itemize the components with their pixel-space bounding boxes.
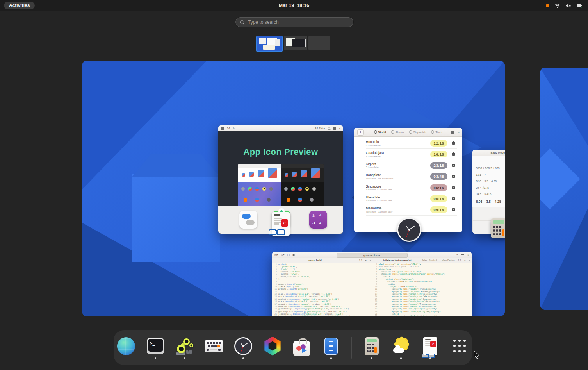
world-clock-row[interactable]: Singapore Tomorrow · 12 hours later 06:1… bbox=[366, 182, 457, 193]
top-bar: Activities Mar 19 18:16 bbox=[0, 0, 588, 11]
world-clock-row[interactable]: Guadalajara 2 hours earlier 16:16 × bbox=[366, 149, 457, 160]
dock-software-store[interactable] bbox=[292, 336, 311, 359]
thumb-window bbox=[263, 45, 275, 50]
time-badge: 12:16 bbox=[430, 140, 447, 147]
remove-clock-button[interactable]: × bbox=[452, 186, 455, 189]
volume-icon bbox=[565, 3, 571, 8]
history-row[interactable]: 24 + √87.5 33.3541… bbox=[476, 186, 505, 192]
workspace-thumbnail-3[interactable] bbox=[308, 36, 330, 50]
clocks-window[interactable]: + World Alarms Stopwatch bbox=[354, 128, 462, 232]
clocks-tab-icon bbox=[431, 130, 434, 134]
run-icon[interactable]: ⌁ bbox=[456, 253, 458, 256]
history-expression: 12.6 ÷ 7 bbox=[476, 173, 486, 176]
clocks-tab[interactable]: World bbox=[374, 130, 386, 134]
search-icon[interactable] bbox=[451, 254, 453, 256]
world-clock-row[interactable]: Honolulu 6 hours earlier 12:16 × bbox=[366, 138, 457, 149]
recording-indicator-icon bbox=[546, 4, 549, 7]
symbol-selector[interactable]: Select Symbol... bbox=[422, 259, 438, 261]
close-icon[interactable]: × bbox=[467, 253, 469, 257]
dock-files[interactable] bbox=[322, 336, 340, 359]
builder-window[interactable]: ▤▾ ⚿▾ ▢ ▣ gnome-clocks ⌁ × meson.build 1… bbox=[272, 252, 472, 316]
history-expression: 3958 + 568.3 + 675 bbox=[476, 167, 500, 170]
remove-clock-button[interactable]: × bbox=[452, 152, 455, 156]
world-clock-row[interactable]: Algiers 5 hours later 23:16 × bbox=[366, 160, 457, 171]
clocks-tab-icon bbox=[409, 130, 412, 134]
dock-weather[interactable] bbox=[392, 336, 410, 359]
dock-terminal[interactable] bbox=[146, 336, 165, 359]
world-clock-row[interactable]: Ulan-Ude Tomorrow · 12 hours later 06:16… bbox=[366, 193, 457, 204]
panel-toggle-icon[interactable]: ▢ bbox=[287, 253, 290, 256]
close-tab-icon[interactable]: × bbox=[469, 259, 470, 261]
time-badge: 06:16 bbox=[430, 184, 447, 191]
close-tab-icon[interactable]: × bbox=[369, 259, 371, 261]
dock-keyboard[interactable] bbox=[205, 336, 223, 359]
remove-clock-button[interactable]: × bbox=[452, 141, 455, 145]
cursor-position: 1:1 bbox=[359, 259, 362, 261]
view-design-button[interactable]: View Design bbox=[442, 259, 454, 261]
mode-selector[interactable]: Basic Mode ▾ bbox=[490, 151, 505, 154]
clocks-tab[interactable]: Alarms bbox=[391, 130, 404, 134]
dock-color-wheel-app[interactable] bbox=[263, 336, 282, 359]
history-row[interactable]: 34.5 − 6.4+6 33.433… bbox=[476, 192, 505, 198]
topbar-clock[interactable]: Mar 19 18:16 bbox=[0, 0, 588, 11]
thumbnails-icon[interactable] bbox=[221, 127, 224, 130]
clocks-tab[interactable]: Stopwatch bbox=[409, 130, 426, 134]
dock-calculator[interactable] bbox=[362, 336, 381, 359]
remove-clock-button[interactable]: × bbox=[452, 164, 455, 167]
caret-down-icon[interactable]: ▾ bbox=[365, 259, 366, 262]
search-bar[interactable] bbox=[235, 17, 354, 27]
workspace-1[interactable]: 24 ✎ 34.7% ▾ × App Icon Preview bbox=[82, 61, 505, 316]
remove-clock-button[interactable]: × bbox=[452, 175, 455, 178]
zoom-level[interactable]: 34.7% ▾ bbox=[315, 127, 325, 130]
world-clock-row[interactable]: Melbourne Tomorrow · 15 hours later 09:1… bbox=[366, 204, 457, 215]
software-bag-icon bbox=[293, 341, 310, 356]
history-row[interactable]: 12.6 ÷ 7 1.8 bbox=[476, 173, 505, 179]
clocks-tab[interactable]: Timer bbox=[431, 130, 442, 134]
add-tab-icon[interactable]: + bbox=[464, 259, 466, 261]
xml-editor-pane[interactable]: 1<?xml version="1.0" encoding="UTF-8"?>2… bbox=[372, 263, 472, 316]
branch-lock-icon[interactable]: ⚿▾ bbox=[281, 253, 284, 256]
s-shape-app-icon bbox=[239, 211, 257, 229]
current-expression[interactable]: 8.93 − 3.5 − 4.28 − 2.4 bbox=[476, 200, 505, 204]
glasses-icon bbox=[269, 229, 287, 235]
close-icon[interactable]: × bbox=[339, 127, 340, 130]
close-icon[interactable]: × bbox=[458, 130, 460, 134]
evince-e-badge: e bbox=[281, 219, 288, 227]
history-row[interactable]: 8.93 − 3.5 − 4.28 − … −1.25 bbox=[476, 179, 505, 186]
workspace-2-partial[interactable] bbox=[540, 68, 588, 310]
weather-sun-cloud-icon bbox=[392, 338, 410, 355]
meson-editor-pane[interactable]: 1project(2 'gnome-clocks',3 ['vala', 'c'… bbox=[272, 263, 372, 316]
omnibar-project-title[interactable]: gnome-clocks bbox=[337, 253, 408, 258]
thumb-window bbox=[292, 39, 306, 47]
grid-toggle-icon[interactable]: ▣ bbox=[292, 253, 295, 256]
clocks-tab-icon bbox=[391, 130, 394, 134]
calculation-history: 3958 + 568.3 + 675 5201.3 12.6 ÷ 7 1.8 8… bbox=[476, 166, 505, 198]
workspace-thumbnail-2[interactable] bbox=[284, 36, 307, 50]
search-icon[interactable] bbox=[328, 127, 330, 130]
city-name: Algiers bbox=[366, 162, 376, 166]
menu-icon[interactable] bbox=[461, 254, 464, 256]
time-offset-label: Tomorrow · 12 hours later bbox=[366, 199, 392, 202]
calculator-icon bbox=[365, 337, 379, 355]
world-clock-row[interactable]: Bangalore Tomorrow · 9.5 hours later 03:… bbox=[366, 171, 457, 182]
workspace-thumbnail-1[interactable] bbox=[256, 36, 283, 52]
history-row[interactable]: 3958 + 568.3 + 675 5201.3 bbox=[476, 166, 505, 173]
history-expression: 8.93 − 3.5 − 4.28 − … bbox=[476, 180, 502, 182]
dock-builder[interactable] bbox=[175, 336, 194, 359]
remove-clock-button[interactable]: × bbox=[452, 208, 455, 211]
files-cabinet-icon bbox=[324, 338, 338, 355]
search-input[interactable] bbox=[247, 19, 342, 25]
menu-icon[interactable] bbox=[333, 127, 336, 130]
city-name: Ulan-Ude bbox=[366, 195, 380, 199]
dock-clocks[interactable] bbox=[234, 336, 253, 359]
dock-document-viewer[interactable]: e bbox=[421, 336, 440, 359]
time-offset-label: Tomorrow · 15 hours later bbox=[366, 211, 392, 213]
system-status-area[interactable] bbox=[546, 0, 583, 11]
menu-icon[interactable] bbox=[451, 131, 454, 134]
dock-app-grid[interactable] bbox=[450, 336, 469, 359]
edit-icon[interactable]: ✎ bbox=[233, 127, 235, 130]
image-counter: 24 bbox=[227, 127, 230, 130]
project-doc-icon[interactable]: ▤▾ bbox=[274, 253, 278, 256]
dock-web-browser[interactable] bbox=[117, 336, 135, 359]
remove-clock-button[interactable]: × bbox=[452, 197, 455, 200]
